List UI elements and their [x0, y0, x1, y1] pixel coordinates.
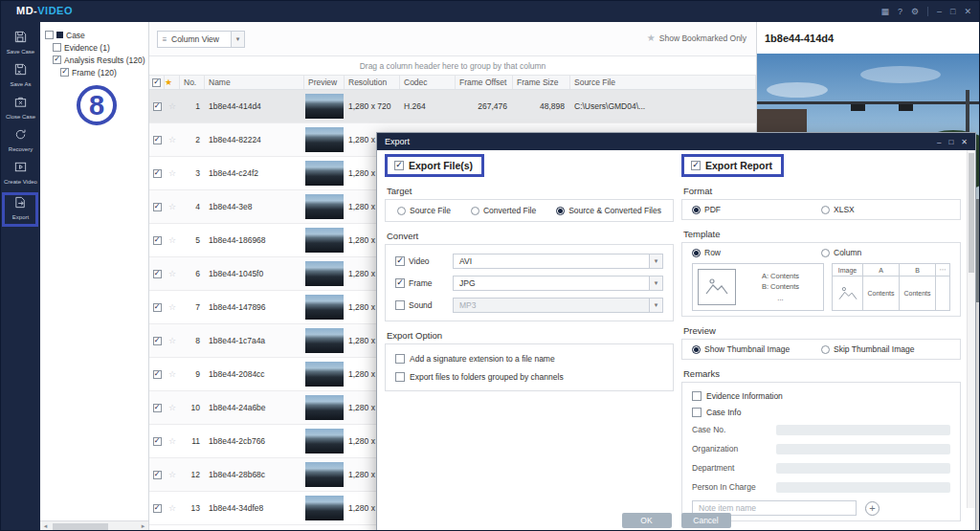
row-checkbox[interactable]	[153, 504, 162, 513]
column-header-name[interactable]: Name	[205, 76, 304, 89]
table-row[interactable]: ☆ 1 1b8e44-414d4 1,280 x 720 H.264 267,4…	[149, 90, 756, 123]
tree-item-evidence[interactable]: Evidence (1)	[40, 41, 148, 54]
close-icon[interactable]: ✕	[964, 7, 971, 16]
column-header-resolution[interactable]: Resolution	[345, 76, 400, 89]
case-info-option[interactable]: Case Info	[692, 404, 950, 420]
ok-button[interactable]: OK	[622, 513, 672, 528]
frame-checkbox-label[interactable]: Frame	[395, 278, 453, 288]
tree-item-frame[interactable]: Frame (120)	[40, 66, 148, 78]
column-header-frame-size[interactable]: Frame Size	[513, 76, 570, 89]
tree-item-analysis-results[interactable]: Analysis Results (120)	[40, 54, 148, 66]
row-checkbox[interactable]	[153, 303, 162, 312]
evidence-information-checkbox[interactable]	[692, 391, 702, 401]
row-checkbox[interactable]	[153, 136, 162, 144]
minimize-icon[interactable]: –	[937, 7, 942, 16]
row-checkbox[interactable]	[153, 471, 162, 479]
export-dialog-titlebar[interactable]: Export – □ ✕	[377, 133, 975, 150]
header-star-icon[interactable]: ★	[165, 76, 180, 89]
sound-checkbox[interactable]	[395, 300, 405, 310]
settings-gear-icon[interactable]: ⚙	[911, 7, 919, 16]
radio-pdf[interactable]: PDF	[692, 205, 821, 214]
column-header-preview[interactable]: Preview	[304, 76, 345, 89]
row-star-icon[interactable]: ☆	[165, 302, 180, 312]
radio-skip-thumbnail[interactable]: Skip Thumbnail Image	[821, 344, 950, 354]
evidence-information-option[interactable]: Evidence Information	[692, 387, 950, 404]
help-icon[interactable]: ?	[898, 7, 902, 16]
radio-show-thumbnail[interactable]: Show Thumbnail Image	[692, 344, 821, 354]
radio-icon[interactable]	[692, 206, 701, 214]
export-files-checkbox[interactable]	[394, 161, 404, 170]
sound-checkbox-label[interactable]: Sound	[395, 300, 453, 310]
tree-checkbox[interactable]	[53, 55, 61, 64]
sidebar-item-create-video[interactable]: Create Video	[1, 160, 40, 185]
row-checkbox[interactable]	[153, 437, 162, 446]
apps-grid-icon[interactable]: ▦	[880, 7, 889, 16]
row-star-icon[interactable]: ☆	[165, 369, 180, 379]
row-star-icon[interactable]: ☆	[165, 202, 180, 211]
export-report-checkbox-group[interactable]: Export Report	[681, 154, 784, 177]
video-checkbox[interactable]	[395, 256, 405, 266]
radio-xlsx[interactable]: XLSX	[821, 205, 950, 214]
column-header-frame-offset[interactable]: Frame Offset	[456, 76, 513, 89]
tree-checkbox[interactable]	[60, 68, 69, 77]
row-checkbox[interactable]	[153, 337, 162, 345]
export-report-checkbox[interactable]	[691, 161, 701, 170]
row-star-icon[interactable]: ☆	[165, 168, 180, 178]
column-header-codec[interactable]: Codec	[400, 76, 456, 89]
radio-template-column[interactable]: Column	[821, 248, 950, 257]
scroll-left-icon[interactable]: ◂	[40, 522, 51, 530]
row-star-icon[interactable]: ☆	[165, 503, 180, 513]
radio-template-row[interactable]: Row	[692, 248, 821, 257]
show-bookmarked-toggle[interactable]: ★ Show Bookmarked Only	[647, 33, 746, 43]
tree-checkbox[interactable]	[45, 31, 54, 39]
dialog-close-icon[interactable]: ✕	[961, 138, 968, 146]
column-header-source-file[interactable]: Source File	[570, 76, 756, 89]
tree-checkbox[interactable]	[53, 43, 61, 52]
sidebar-item-save-as[interactable]: Save As	[1, 62, 40, 87]
radio-source-and-converted-files[interactable]: Source & Converted Files	[556, 206, 661, 215]
row-checkbox[interactable]	[153, 370, 162, 379]
row-star-icon[interactable]: ☆	[165, 235, 180, 245]
row-star-icon[interactable]: ☆	[165, 101, 180, 111]
radio-icon[interactable]	[821, 345, 830, 354]
scroll-right-icon[interactable]: ▸	[138, 522, 148, 530]
radio-icon[interactable]	[692, 345, 701, 354]
row-checkbox[interactable]	[153, 203, 162, 211]
tree-item-case[interactable]: Case	[40, 29, 148, 41]
export-files-checkbox-group[interactable]: Export File(s)	[385, 154, 484, 177]
header-checkbox[interactable]	[152, 78, 161, 87]
sidebar-item-recovery[interactable]: Recovery	[1, 127, 40, 152]
signature-extension-checkbox[interactable]	[395, 354, 405, 364]
row-checkbox[interactable]	[153, 102, 162, 111]
group-by-channels-option[interactable]: Export files to folders grouped by chann…	[395, 367, 663, 386]
dialog-maximize-icon[interactable]: □	[948, 138, 953, 146]
radio-icon[interactable]	[821, 206, 830, 214]
video-format-select[interactable]: AVI ▾	[453, 254, 663, 269]
group-by-channels-checkbox[interactable]	[395, 372, 405, 382]
row-star-icon[interactable]: ☆	[165, 470, 180, 479]
sidebar-item-export[interactable]: Export	[1, 195, 40, 220]
sidebar-item-close-case[interactable]: Close Case	[1, 95, 40, 120]
row-checkbox[interactable]	[153, 236, 162, 245]
radio-icon[interactable]	[821, 249, 830, 257]
row-star-icon[interactable]: ☆	[165, 403, 180, 412]
row-star-icon[interactable]: ☆	[165, 436, 180, 446]
row-star-icon[interactable]: ☆	[165, 269, 180, 278]
radio-icon[interactable]	[556, 207, 565, 215]
dialog-minimize-icon[interactable]: –	[937, 138, 941, 146]
radio-icon[interactable]	[397, 207, 406, 215]
frame-format-select[interactable]: JPG ▾	[453, 276, 663, 291]
scrollbar-thumb[interactable]	[53, 523, 108, 530]
row-checkbox[interactable]	[153, 169, 162, 178]
video-checkbox-label[interactable]: Video	[395, 256, 453, 266]
radio-icon[interactable]	[692, 249, 701, 257]
tree-horizontal-scrollbar[interactable]: ◂ ▸	[40, 520, 148, 531]
frame-checkbox[interactable]	[395, 278, 405, 288]
radio-source-file[interactable]: Source File	[397, 206, 451, 215]
column-view-dropdown[interactable]: ≡ Column View ▾	[157, 31, 245, 48]
radio-icon[interactable]	[471, 207, 479, 215]
sidebar-item-save-case[interactable]: Save Case	[1, 30, 40, 55]
maximize-icon[interactable]: □	[950, 7, 955, 16]
row-checkbox[interactable]	[153, 270, 162, 278]
cancel-button[interactable]: Cancel	[681, 513, 731, 528]
